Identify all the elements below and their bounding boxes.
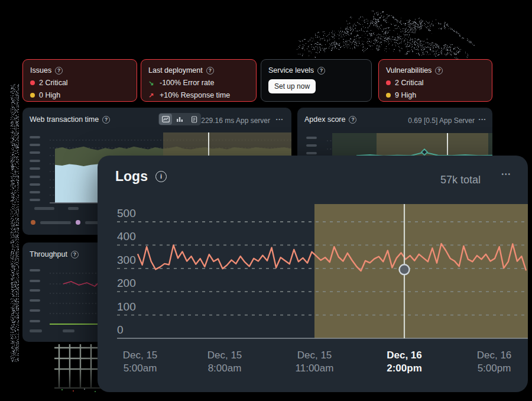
card-title: Vulnerabilities [386, 66, 432, 75]
table-icon[interactable] [187, 114, 200, 125]
logs-title: Logs [115, 169, 148, 185]
severity-label: 2 Critical [39, 79, 68, 87]
card-title: Service levels [268, 66, 314, 75]
high-dot [30, 93, 35, 98]
card-vulnerabilities[interactable]: Vulnerabilities ? 2 Critical 9 High [378, 59, 492, 102]
card-service-levels[interactable]: Service levels ? Set up now [261, 59, 372, 102]
card-title: Issues [30, 66, 51, 75]
info-icon[interactable]: i [155, 171, 167, 182]
help-icon[interactable]: ? [55, 67, 63, 75]
area-chart-icon[interactable] [159, 114, 172, 125]
y-tick-label: 500 [117, 207, 136, 219]
chart-type-toggle [158, 113, 201, 125]
y-tick-label: 300 [117, 254, 136, 266]
more-menu-icon[interactable]: ••• [501, 171, 511, 177]
x-axis-placeholder [30, 329, 74, 340]
help-icon[interactable]: ? [317, 67, 325, 75]
metric-label: +10% Response time [160, 91, 230, 99]
y-tick-label: 400 [117, 230, 136, 242]
y-tick-label: 100 [117, 300, 136, 313]
critical-dot [386, 80, 391, 85]
critical-dot [30, 80, 35, 85]
panel-logs: 0100200300400500 Logs i 57k total ••• De… [98, 156, 528, 392]
severity-row: 0 High [30, 91, 129, 99]
set-up-now-button[interactable]: Set up now [268, 79, 316, 93]
more-menu-icon[interactable]: ••• [276, 117, 284, 122]
legend-label-placeholder [40, 221, 71, 224]
severity-row: 9 High [386, 91, 485, 99]
trend-down-icon: ↘ [148, 79, 155, 87]
help-icon[interactable]: ? [102, 116, 110, 124]
panel-metric-value: 229.16 ms App server [201, 117, 270, 125]
panel-title: Web transaction time [30, 115, 99, 124]
help-icon[interactable]: ? [206, 67, 214, 75]
highlight-region [314, 204, 528, 338]
y-tick-label: 0 [117, 324, 124, 336]
help-icon[interactable]: ? [349, 116, 356, 124]
legend-dot [31, 220, 35, 225]
severity-row: 2 Critical [386, 79, 485, 87]
legend-dot [76, 220, 80, 225]
x-axis-placeholder [34, 207, 79, 218]
severity-label: 2 Critical [395, 79, 424, 87]
card-issues[interactable]: Issues ? 2 Critical 0 High [22, 59, 137, 102]
trend-up-icon: ↗ [148, 92, 155, 99]
panel-title: Throughput [30, 250, 67, 258]
panel-title: Apdex score [304, 115, 345, 124]
metric-label: -100% Error rate [160, 79, 214, 87]
page: Issues ? 2 Critical 0 High Last deployme… [0, 0, 532, 401]
high-dot [386, 93, 391, 98]
card-last-deployment[interactable]: Last deployment ? ↘ -100% Error rate ↗ +… [141, 59, 257, 102]
y-tick-label: 200 [117, 277, 136, 289]
card-title: Last deployment [148, 66, 203, 75]
severity-row: 2 Critical [30, 79, 129, 87]
dissolve-decoration [7, 84, 22, 362]
cursor-marker[interactable] [400, 264, 410, 274]
severity-label: 0 High [39, 91, 60, 99]
smoke-decoration [283, 1, 478, 60]
severity-label: 9 High [395, 91, 416, 99]
metric-row: ↘ -100% Error rate [148, 79, 249, 87]
panel-metric-value: 0.69 [0.5] App Server [408, 117, 475, 125]
logs-chart[interactable]: 0100200300400500 [98, 156, 528, 392]
more-menu-icon[interactable]: ••• [479, 117, 486, 122]
logs-total-count: 57k total [440, 174, 481, 186]
help-icon[interactable]: ? [71, 251, 79, 258]
bar-chart-icon[interactable] [173, 114, 186, 125]
metric-row: ↗ +10% Response time [148, 91, 249, 99]
help-icon[interactable]: ? [435, 67, 443, 75]
